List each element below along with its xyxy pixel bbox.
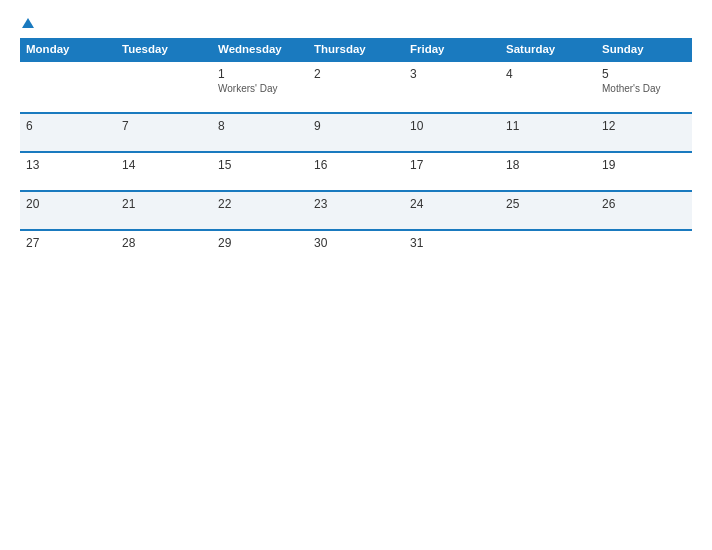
calendar-cell: 28 bbox=[116, 230, 212, 268]
calendar-cell: 11 bbox=[500, 113, 596, 152]
calendar-cell bbox=[596, 230, 692, 268]
day-number: 13 bbox=[26, 158, 110, 172]
week-row-2: 6789101112 bbox=[20, 113, 692, 152]
day-number: 23 bbox=[314, 197, 398, 211]
calendar-cell: 30 bbox=[308, 230, 404, 268]
day-number: 6 bbox=[26, 119, 110, 133]
day-number: 1 bbox=[218, 67, 302, 81]
day-number: 27 bbox=[26, 236, 110, 250]
holiday-label: Workers' Day bbox=[218, 83, 302, 94]
week-row-3: 13141516171819 bbox=[20, 152, 692, 191]
day-number: 9 bbox=[314, 119, 398, 133]
day-number: 17 bbox=[410, 158, 494, 172]
week-row-1: 1Workers' Day2345Mother's Day bbox=[20, 61, 692, 113]
day-number: 18 bbox=[506, 158, 590, 172]
calendar-cell bbox=[500, 230, 596, 268]
calendar-cell: 29 bbox=[212, 230, 308, 268]
holiday-label: Mother's Day bbox=[602, 83, 686, 94]
calendar-cell: 13 bbox=[20, 152, 116, 191]
day-number: 5 bbox=[602, 67, 686, 81]
calendar-cell: 6 bbox=[20, 113, 116, 152]
calendar-cell: 15 bbox=[212, 152, 308, 191]
day-number: 14 bbox=[122, 158, 206, 172]
col-header-sunday: Sunday bbox=[596, 38, 692, 61]
col-header-thursday: Thursday bbox=[308, 38, 404, 61]
day-number: 15 bbox=[218, 158, 302, 172]
calendar-cell: 17 bbox=[404, 152, 500, 191]
calendar-cell: 19 bbox=[596, 152, 692, 191]
calendar-cell: 16 bbox=[308, 152, 404, 191]
calendar-cell: 4 bbox=[500, 61, 596, 113]
day-number: 31 bbox=[410, 236, 494, 250]
calendar-body: 1Workers' Day2345Mother's Day67891011121… bbox=[20, 61, 692, 268]
calendar-cell: 1Workers' Day bbox=[212, 61, 308, 113]
calendar-cell: 31 bbox=[404, 230, 500, 268]
day-number: 20 bbox=[26, 197, 110, 211]
day-number: 19 bbox=[602, 158, 686, 172]
calendar-cell: 2 bbox=[308, 61, 404, 113]
day-number: 22 bbox=[218, 197, 302, 211]
calendar-cell: 14 bbox=[116, 152, 212, 191]
calendar-cell: 7 bbox=[116, 113, 212, 152]
day-number: 12 bbox=[602, 119, 686, 133]
calendar-header: MondayTuesdayWednesdayThursdayFridaySatu… bbox=[20, 38, 692, 61]
calendar-cell: 21 bbox=[116, 191, 212, 230]
col-header-friday: Friday bbox=[404, 38, 500, 61]
calendar-cell: 12 bbox=[596, 113, 692, 152]
col-header-saturday: Saturday bbox=[500, 38, 596, 61]
day-number: 21 bbox=[122, 197, 206, 211]
calendar-cell: 24 bbox=[404, 191, 500, 230]
day-number: 16 bbox=[314, 158, 398, 172]
calendar-page: MondayTuesdayWednesdayThursdayFridaySatu… bbox=[0, 0, 712, 550]
day-number: 24 bbox=[410, 197, 494, 211]
calendar-cell: 10 bbox=[404, 113, 500, 152]
header bbox=[20, 18, 692, 28]
calendar-cell: 25 bbox=[500, 191, 596, 230]
day-number: 26 bbox=[602, 197, 686, 211]
calendar-cell bbox=[116, 61, 212, 113]
logo-triangle-icon bbox=[22, 18, 34, 28]
calendar-cell: 22 bbox=[212, 191, 308, 230]
day-number: 2 bbox=[314, 67, 398, 81]
calendar-cell: 3 bbox=[404, 61, 500, 113]
calendar-cell: 18 bbox=[500, 152, 596, 191]
calendar-table: MondayTuesdayWednesdayThursdayFridaySatu… bbox=[20, 38, 692, 268]
calendar-cell: 20 bbox=[20, 191, 116, 230]
calendar-cell: 5Mother's Day bbox=[596, 61, 692, 113]
days-header-row: MondayTuesdayWednesdayThursdayFridaySatu… bbox=[20, 38, 692, 61]
day-number: 7 bbox=[122, 119, 206, 133]
day-number: 11 bbox=[506, 119, 590, 133]
week-row-5: 2728293031 bbox=[20, 230, 692, 268]
logo bbox=[20, 18, 34, 28]
day-number: 8 bbox=[218, 119, 302, 133]
day-number: 29 bbox=[218, 236, 302, 250]
calendar-cell: 23 bbox=[308, 191, 404, 230]
calendar-cell: 26 bbox=[596, 191, 692, 230]
col-header-wednesday: Wednesday bbox=[212, 38, 308, 61]
day-number: 3 bbox=[410, 67, 494, 81]
col-header-monday: Monday bbox=[20, 38, 116, 61]
col-header-tuesday: Tuesday bbox=[116, 38, 212, 61]
day-number: 30 bbox=[314, 236, 398, 250]
calendar-cell bbox=[20, 61, 116, 113]
day-number: 25 bbox=[506, 197, 590, 211]
day-number: 28 bbox=[122, 236, 206, 250]
week-row-4: 20212223242526 bbox=[20, 191, 692, 230]
calendar-cell: 9 bbox=[308, 113, 404, 152]
calendar-cell: 27 bbox=[20, 230, 116, 268]
day-number: 4 bbox=[506, 67, 590, 81]
calendar-cell: 8 bbox=[212, 113, 308, 152]
day-number: 10 bbox=[410, 119, 494, 133]
